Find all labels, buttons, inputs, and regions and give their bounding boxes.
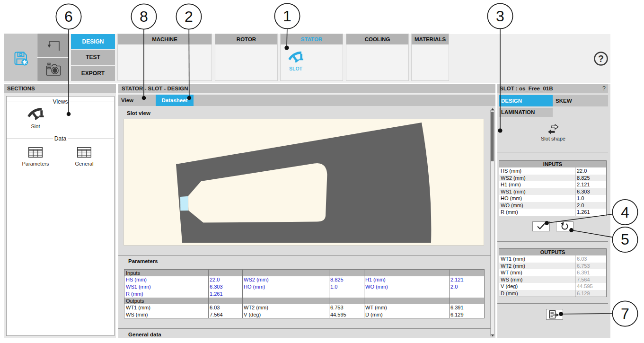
svg-text:4: 4 <box>621 204 629 221</box>
svg-text:6: 6 <box>64 8 73 25</box>
svg-text:8: 8 <box>140 8 148 25</box>
svg-text:3: 3 <box>496 8 504 25</box>
svg-text:2: 2 <box>185 8 193 25</box>
svg-text:7: 7 <box>621 305 629 322</box>
svg-text:5: 5 <box>621 231 629 248</box>
svg-text:1: 1 <box>283 8 291 25</box>
